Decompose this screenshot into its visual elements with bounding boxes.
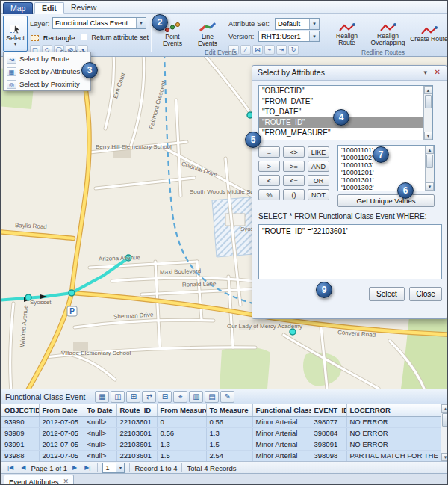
create-route-button[interactable]: Create Route (409, 16, 448, 52)
scroll-up-icon[interactable]: ▲ (424, 86, 432, 94)
snap-event-icon[interactable]: ⌁ (264, 45, 275, 55)
dialog-close-icon[interactable]: ✕ (435, 68, 441, 76)
column-header-to-date[interactable]: To Date (84, 404, 116, 416)
scrollbar-thumb[interactable] (425, 95, 432, 108)
operator-button[interactable]: <= (283, 175, 305, 186)
measure-event-icon[interactable]: ⇥ (276, 45, 287, 55)
column-header-route-id[interactable]: Route_ID (116, 404, 157, 416)
value-item[interactable]: '10001301' (338, 176, 424, 184)
split-event-icon[interactable]: ∕ (240, 45, 251, 55)
column-header-functional-class[interactable]: Functional Class (252, 404, 311, 416)
select-all-records-icon[interactable]: ⊞ (126, 391, 140, 403)
tab-review[interactable]: Review (64, 2, 103, 14)
field-item[interactable]: "ROUTE_ID" (259, 117, 423, 128)
operator-button[interactable]: % (258, 189, 280, 200)
switch-selection-icon[interactable]: ⇄ (142, 391, 156, 403)
operator-button[interactable]: <> (283, 146, 305, 158)
table-row[interactable]: 939902012-07-05 <null>22103601 00.56 Min… (1, 416, 441, 427)
column-header-locerror[interactable]: LOCERROR (346, 404, 441, 416)
merge-events-icon[interactable]: ⋈ (252, 45, 263, 55)
column-header-from-date[interactable]: From Date (39, 404, 84, 416)
point-events-button[interactable]: Point Events (155, 16, 190, 50)
operator-button[interactable]: LIKE (308, 146, 329, 158)
table-options-icon[interactable]: ▦ (95, 391, 109, 403)
scroll-down-icon[interactable]: ▼ (441, 453, 448, 461)
operator-button[interactable]: = (258, 146, 280, 158)
operator-button[interactable]: NOT (308, 189, 329, 200)
rectangle-tool-button[interactable]: Rectangle (30, 31, 78, 43)
dialog-titlebar[interactable]: Select by Attributes ▾ ✕ (252, 66, 447, 81)
tab-event-attributes[interactable]: Event Attributes ✕ (4, 475, 74, 485)
table-scrollbar[interactable]: ▲ ▼ (441, 404, 448, 461)
menu-select-by-proximity[interactable]: ◎ Select by Proximity (4, 78, 90, 90)
query-input[interactable]: "ROUTE_ID" ='22103601' (258, 224, 442, 279)
operator-button[interactable]: AND (308, 161, 329, 172)
realign-overlapping-button[interactable]: Realign Overlapping (368, 16, 408, 52)
line-events-label: Line Events (192, 34, 223, 48)
table-row[interactable]: 939882012-07-05 <null>22103601 1.52.54 M… (1, 450, 441, 461)
column-header-event-id[interactable]: EVENT_ID (311, 404, 346, 416)
page-number-combo[interactable]: 1 ▾ (102, 463, 125, 473)
values-scrollbar[interactable]: ▲ ▼ (425, 146, 434, 191)
dialog-select-button[interactable]: Select (369, 287, 405, 301)
ribbon: Select ▾ Layer: Functional Class Event ▾… (1, 14, 447, 57)
table-row[interactable]: 939892012-07-05 <null>22103601 0.561.3 M… (1, 427, 441, 439)
line-events-button[interactable]: Line Events (191, 16, 224, 50)
attribute-window-icon[interactable]: ▤ (205, 391, 219, 403)
scroll-up-icon[interactable]: ▲ (441, 404, 448, 413)
tab-close-icon[interactable]: ✕ (63, 476, 69, 485)
column-header-objectid[interactable]: OBJECTID (1, 404, 39, 416)
chevron-down-icon: ▾ (309, 19, 319, 29)
field-item[interactable]: "TO_DATE" (259, 107, 423, 117)
scroll-down-icon[interactable]: ▼ (424, 132, 432, 140)
rectangle-icon (31, 35, 39, 41)
operator-button[interactable]: > (258, 161, 280, 172)
scrollbar-thumb[interactable] (442, 413, 448, 427)
first-page-button[interactable]: |◀ (5, 462, 16, 474)
edit-records-icon[interactable]: ✎ (220, 391, 234, 403)
version-combo[interactable]: RHT1:User1 ▾ (258, 31, 320, 42)
column-header-from-measure[interactable]: From Measure (157, 404, 206, 416)
dialog-close-button[interactable]: Close (409, 287, 442, 301)
scrollbar-thumb[interactable] (426, 155, 433, 168)
operator-button[interactable]: >= (283, 161, 305, 172)
refresh-events-icon[interactable]: ↻ (288, 45, 299, 55)
operator-button[interactable]: OR (308, 175, 329, 186)
menu-select-by-attributes[interactable]: ▦ Select by Attributes (4, 65, 90, 78)
field-item[interactable]: "OBJECTID" (259, 86, 423, 96)
copy-records-icon[interactable]: ▥ (189, 391, 203, 403)
scroll-down-icon[interactable]: ▼ (426, 182, 434, 191)
last-page-button[interactable]: ▶| (82, 462, 93, 474)
next-page-button[interactable]: ▶ (70, 462, 79, 474)
value-item[interactable]: '10001101' (338, 146, 424, 154)
return-attribute-set-checkbox[interactable]: Return attribute set (81, 34, 149, 41)
attribute-set-label: Attribute Set: (228, 19, 270, 28)
checkbox-icon (81, 34, 87, 40)
select-button[interactable]: Select ▾ (3, 16, 28, 52)
value-item[interactable]: '10001102' (338, 154, 424, 161)
value-item[interactable]: '10001302' (338, 184, 424, 191)
field-item[interactable]: "FROM_MEASURE" (259, 128, 423, 138)
field-item[interactable]: "FROM_DATE" (259, 96, 423, 107)
tab-map[interactable]: Map (3, 2, 33, 14)
field-list-scrollbar[interactable]: ▲ ▼ (423, 86, 432, 140)
related-tables-icon[interactable]: ◫ (111, 391, 125, 403)
realign-route-button[interactable]: Realign Route (327, 16, 367, 52)
operator-button[interactable]: < (258, 175, 280, 186)
prev-page-button[interactable]: ◀ (19, 462, 28, 474)
layer-combo[interactable]: Functional Class Event ▾ (52, 17, 146, 29)
tab-edit[interactable]: Edit (34, 2, 64, 14)
zoom-to-selection-icon[interactable]: ⌖ (173, 391, 187, 403)
dialog-menu-icon[interactable]: ▾ (423, 69, 427, 76)
value-item[interactable]: '10001201' (338, 169, 424, 176)
scroll-up-icon[interactable]: ▲ (426, 146, 434, 154)
column-header-to-measure[interactable]: To Measure (206, 404, 252, 416)
get-unique-values-button[interactable]: Get Unique Values (337, 194, 435, 207)
value-item[interactable]: '10001103' (338, 161, 424, 169)
menu-select-by-route[interactable]: ↝ Select by Route (4, 52, 90, 65)
operator-button[interactable]: () (283, 189, 305, 200)
table-row[interactable]: 939912012-07-05 <null>22103601 1.31.5 Mi… (1, 439, 441, 450)
clear-selection-icon[interactable]: ⊟ (158, 391, 172, 403)
attribute-set-combo[interactable]: Default ▾ (275, 18, 320, 30)
separator (97, 463, 98, 472)
